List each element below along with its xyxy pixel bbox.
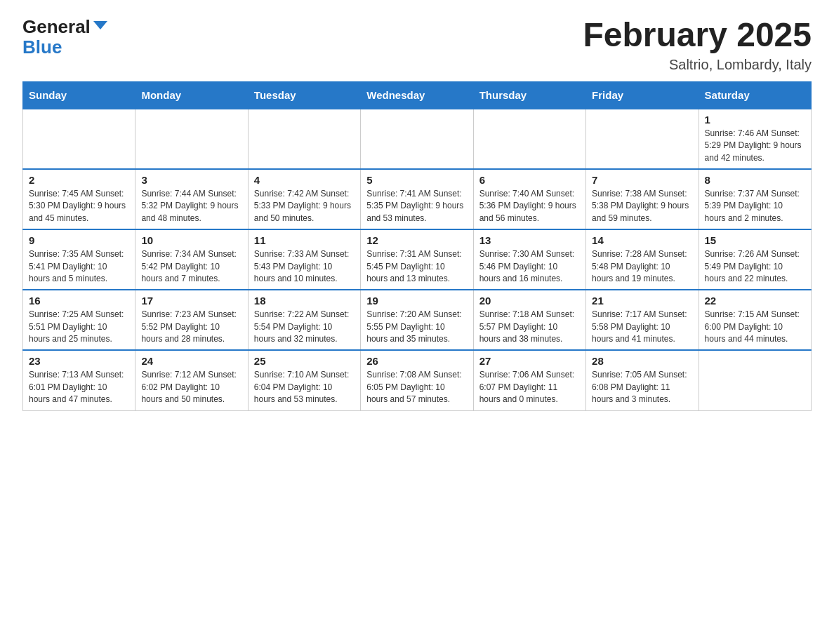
day-number: 15: [705, 234, 805, 246]
title-area: February 2025 Saltrio, Lombardy, Italy: [583, 17, 812, 73]
day-info: Sunrise: 7:30 AM Sunset: 5:46 PM Dayligh…: [479, 248, 580, 285]
day-number: 22: [705, 295, 805, 307]
calendar-table: SundayMondayTuesdayWednesdayThursdayFrid…: [22, 81, 812, 411]
day-info: Sunrise: 7:13 AM Sunset: 6:01 PM Dayligh…: [29, 369, 129, 405]
calendar-cell: 19Sunrise: 7:20 AM Sunset: 5:55 PM Dayli…: [361, 290, 473, 350]
calendar-header-row: SundayMondayTuesdayWednesdayThursdayFrid…: [23, 81, 812, 109]
calendar-cell: 9Sunrise: 7:35 AM Sunset: 5:41 PM Daylig…: [23, 229, 135, 290]
day-number: 3: [141, 174, 241, 186]
day-number: 10: [141, 234, 241, 246]
day-number: 24: [141, 355, 241, 367]
calendar-cell: 26Sunrise: 7:08 AM Sunset: 6:05 PM Dayli…: [361, 350, 473, 410]
calendar-week-row: 2Sunrise: 7:45 AM Sunset: 5:30 PM Daylig…: [23, 169, 812, 229]
calendar-cell: 2Sunrise: 7:45 AM Sunset: 5:30 PM Daylig…: [23, 169, 135, 229]
day-number: 28: [592, 355, 692, 367]
calendar-cell: 21Sunrise: 7:17 AM Sunset: 5:58 PM Dayli…: [586, 290, 699, 350]
calendar-cell: [23, 109, 135, 169]
day-number: 21: [592, 295, 692, 307]
day-of-week-header: Thursday: [473, 81, 585, 109]
calendar-cell: 12Sunrise: 7:31 AM Sunset: 5:45 PM Dayli…: [361, 229, 473, 290]
calendar-cell: 8Sunrise: 7:37 AM Sunset: 5:39 PM Daylig…: [699, 169, 811, 229]
day-info: Sunrise: 7:25 AM Sunset: 5:51 PM Dayligh…: [29, 309, 129, 345]
day-info: Sunrise: 7:22 AM Sunset: 5:54 PM Dayligh…: [254, 309, 355, 345]
calendar-cell: 5Sunrise: 7:41 AM Sunset: 5:35 PM Daylig…: [361, 169, 473, 229]
day-info: Sunrise: 7:34 AM Sunset: 5:42 PM Dayligh…: [141, 248, 241, 285]
day-number: 16: [29, 295, 129, 307]
day-of-week-header: Sunday: [23, 81, 135, 109]
logo-blue-text: Blue: [22, 37, 62, 58]
day-number: 7: [592, 174, 692, 186]
day-info: Sunrise: 7:28 AM Sunset: 5:48 PM Dayligh…: [592, 248, 692, 285]
day-number: 17: [141, 295, 241, 307]
calendar-cell: 18Sunrise: 7:22 AM Sunset: 5:54 PM Dayli…: [248, 290, 360, 350]
day-info: Sunrise: 7:05 AM Sunset: 6:08 PM Dayligh…: [592, 369, 692, 405]
day-number: 13: [479, 234, 580, 246]
day-info: Sunrise: 7:26 AM Sunset: 5:49 PM Dayligh…: [705, 248, 805, 285]
day-of-week-header: Saturday: [699, 81, 811, 109]
day-info: Sunrise: 7:37 AM Sunset: 5:39 PM Dayligh…: [705, 188, 805, 224]
day-number: 8: [705, 174, 805, 186]
calendar-cell: 11Sunrise: 7:33 AM Sunset: 5:43 PM Dayli…: [248, 229, 360, 290]
calendar-cell: 7Sunrise: 7:38 AM Sunset: 5:38 PM Daylig…: [586, 169, 699, 229]
day-info: Sunrise: 7:40 AM Sunset: 5:36 PM Dayligh…: [479, 188, 580, 224]
calendar-cell: 6Sunrise: 7:40 AM Sunset: 5:36 PM Daylig…: [473, 169, 585, 229]
day-info: Sunrise: 7:12 AM Sunset: 6:02 PM Dayligh…: [141, 369, 241, 405]
day-info: Sunrise: 7:38 AM Sunset: 5:38 PM Dayligh…: [592, 188, 692, 224]
day-info: Sunrise: 7:46 AM Sunset: 5:29 PM Dayligh…: [705, 128, 805, 164]
logo-arrow-icon: [93, 21, 107, 29]
calendar-week-row: 1Sunrise: 7:46 AM Sunset: 5:29 PM Daylig…: [23, 109, 812, 169]
calendar-cell: 10Sunrise: 7:34 AM Sunset: 5:42 PM Dayli…: [135, 229, 248, 290]
calendar-cell: 23Sunrise: 7:13 AM Sunset: 6:01 PM Dayli…: [23, 350, 135, 410]
day-number: 18: [254, 295, 355, 307]
day-number: 4: [254, 174, 355, 186]
calendar-cell: 15Sunrise: 7:26 AM Sunset: 5:49 PM Dayli…: [699, 229, 811, 290]
day-info: Sunrise: 7:06 AM Sunset: 6:07 PM Dayligh…: [479, 369, 580, 405]
day-number: 20: [479, 295, 580, 307]
day-info: Sunrise: 7:41 AM Sunset: 5:35 PM Dayligh…: [366, 188, 467, 224]
calendar-cell: [135, 109, 248, 169]
day-of-week-header: Monday: [135, 81, 248, 109]
day-number: 9: [29, 234, 129, 246]
day-number: 2: [29, 174, 129, 186]
calendar-cell: 20Sunrise: 7:18 AM Sunset: 5:57 PM Dayli…: [473, 290, 585, 350]
day-number: 1: [705, 114, 805, 126]
calendar-week-row: 9Sunrise: 7:35 AM Sunset: 5:41 PM Daylig…: [23, 229, 812, 290]
calendar-cell: [473, 109, 585, 169]
day-info: Sunrise: 7:23 AM Sunset: 5:52 PM Dayligh…: [141, 309, 241, 345]
day-info: Sunrise: 7:45 AM Sunset: 5:30 PM Dayligh…: [29, 188, 129, 224]
location-subtitle: Saltrio, Lombardy, Italy: [583, 57, 812, 73]
logo-general-text: General: [22, 17, 91, 37]
calendar-cell: [699, 350, 811, 410]
page-header: General Blue February 2025 Saltrio, Lomb…: [22, 17, 812, 73]
day-info: Sunrise: 7:44 AM Sunset: 5:32 PM Dayligh…: [141, 188, 241, 224]
calendar-cell: 25Sunrise: 7:10 AM Sunset: 6:04 PM Dayli…: [248, 350, 360, 410]
calendar-week-row: 16Sunrise: 7:25 AM Sunset: 5:51 PM Dayli…: [23, 290, 812, 350]
calendar-cell: 24Sunrise: 7:12 AM Sunset: 6:02 PM Dayli…: [135, 350, 248, 410]
day-info: Sunrise: 7:17 AM Sunset: 5:58 PM Dayligh…: [592, 309, 692, 345]
calendar-cell: 17Sunrise: 7:23 AM Sunset: 5:52 PM Dayli…: [135, 290, 248, 350]
day-number: 6: [479, 174, 580, 186]
calendar-cell: 3Sunrise: 7:44 AM Sunset: 5:32 PM Daylig…: [135, 169, 248, 229]
calendar-cell: 1Sunrise: 7:46 AM Sunset: 5:29 PM Daylig…: [699, 109, 811, 169]
day-number: 25: [254, 355, 355, 367]
day-number: 5: [366, 174, 467, 186]
month-title: February 2025: [583, 17, 812, 54]
calendar-cell: 28Sunrise: 7:05 AM Sunset: 6:08 PM Dayli…: [586, 350, 699, 410]
day-info: Sunrise: 7:42 AM Sunset: 5:33 PM Dayligh…: [254, 188, 355, 224]
day-info: Sunrise: 7:33 AM Sunset: 5:43 PM Dayligh…: [254, 248, 355, 285]
calendar-cell: 4Sunrise: 7:42 AM Sunset: 5:33 PM Daylig…: [248, 169, 360, 229]
day-number: 14: [592, 234, 692, 246]
day-of-week-header: Tuesday: [248, 81, 360, 109]
day-number: 26: [366, 355, 467, 367]
day-number: 23: [29, 355, 129, 367]
day-info: Sunrise: 7:08 AM Sunset: 6:05 PM Dayligh…: [366, 369, 467, 405]
day-number: 11: [254, 234, 355, 246]
calendar-week-row: 23Sunrise: 7:13 AM Sunset: 6:01 PM Dayli…: [23, 350, 812, 410]
day-info: Sunrise: 7:35 AM Sunset: 5:41 PM Dayligh…: [29, 248, 129, 285]
day-info: Sunrise: 7:18 AM Sunset: 5:57 PM Dayligh…: [479, 309, 580, 345]
day-of-week-header: Wednesday: [361, 81, 473, 109]
day-info: Sunrise: 7:10 AM Sunset: 6:04 PM Dayligh…: [254, 369, 355, 405]
calendar-cell: [586, 109, 699, 169]
calendar-cell: [361, 109, 473, 169]
calendar-cell: [248, 109, 360, 169]
